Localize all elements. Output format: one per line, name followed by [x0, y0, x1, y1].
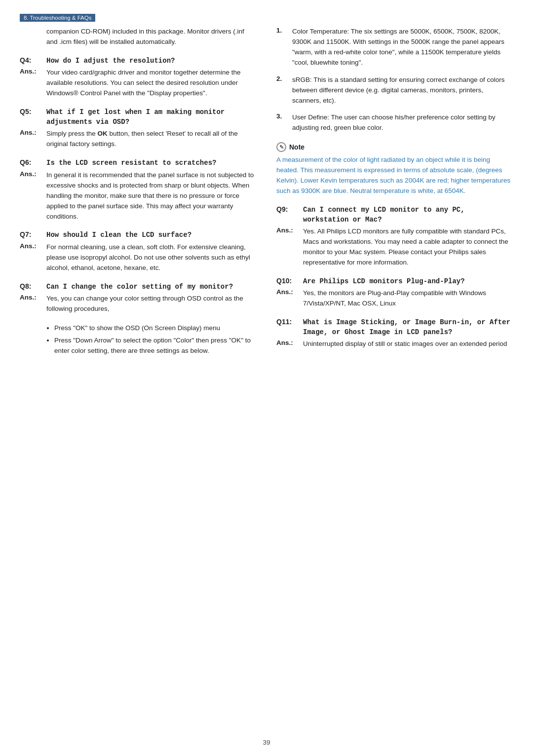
q6-label: Q6:: [20, 158, 46, 168]
q9-label: Q9:: [276, 205, 303, 225]
num-text-1: Color Temperature: The six settings are …: [292, 27, 513, 68]
left-column: companion CD-ROM) included in this packa…: [20, 27, 257, 360]
q8-bullet-2: Press "Down Arrow" to select the option …: [54, 336, 257, 356]
num-text-2: sRGB: This is a standard setting for ens…: [292, 75, 513, 106]
qa-q10: Q10: Are Philips LCD monitors Plug-and-P…: [276, 277, 513, 309]
note-box: ✎ Note A measurement of the color of lig…: [276, 142, 513, 196]
intro-text: companion CD-ROM) included in this packa…: [46, 27, 257, 47]
note-title: ✎ Note: [276, 142, 513, 152]
right-column: 1. Color Temperature: The six settings a…: [276, 27, 513, 360]
qa-q9: Q9: Can I connect my LCD monitor to any …: [276, 205, 513, 268]
page-number: 39: [0, 739, 533, 746]
q11-question: What is Image Sticking, or Image Burn-in…: [303, 318, 513, 337]
q7-label: Q7:: [20, 230, 46, 240]
numbered-item-3: 3. User Define: The user can choose his/…: [276, 113, 513, 133]
qa-q4: Q4: How do I adjust the resolution? Ans.…: [20, 56, 257, 99]
q9-answer: Yes. All Philips LCD monitors are fully …: [303, 227, 513, 268]
note-title-text: Note: [289, 143, 305, 151]
q7-question: How should I clean the LCD surface?: [46, 230, 191, 240]
num-text-3: User Define: The user can choose his/her…: [292, 113, 513, 133]
q10-label: Q10:: [276, 277, 303, 287]
q7-ans-label: Ans.:: [20, 242, 46, 273]
q6-answer: In general it is recommended that the pa…: [46, 170, 257, 222]
q10-ans-label: Ans.:: [276, 288, 303, 309]
q9-question: Can I connect my LCD monitor to any PC, …: [303, 205, 513, 225]
num-label-3: 3.: [276, 113, 287, 133]
q5-label: Q5:: [20, 108, 46, 127]
num-label-1: 1.: [276, 27, 287, 68]
q4-label: Q4:: [20, 56, 46, 66]
q11-ans-label: Ans.:: [276, 339, 303, 349]
numbered-item-1: 1. Color Temperature: The six settings a…: [276, 27, 513, 68]
note-text: A measurement of the color of light radi…: [276, 155, 513, 196]
qa-q5: Q5: What if I get lost when I am making …: [20, 108, 257, 150]
numbered-item-2: 2. sRGB: This is a standard setting for …: [276, 75, 513, 106]
q8-bullet-1: Press "OK" to show the OSD (On Screen Di…: [54, 323, 257, 334]
qa-q6: Q6: Is the LCD screen resistant to scrat…: [20, 158, 257, 222]
q8-ans-label: Ans.:: [20, 294, 46, 314]
q6-ans-label: Ans.:: [20, 170, 46, 222]
q10-answer: Yes, the monitors are Plug-and-Play comp…: [303, 288, 513, 309]
q10-question: Are Philips LCD monitors Plug-and-Play?: [303, 277, 465, 287]
numbered-list: 1. Color Temperature: The six settings a…: [276, 27, 513, 133]
num-label-2: 2.: [276, 75, 287, 106]
q8-bullet-list: Press "OK" to show the OSD (On Screen Di…: [46, 323, 257, 356]
q4-answer: Your video card/graphic driver and monit…: [46, 68, 257, 99]
q7-answer: For normal cleaning, use a clean, soft c…: [46, 242, 257, 273]
q11-answer: Uninterrupted display of still or static…: [303, 339, 507, 349]
q4-ans-label: Ans.:: [20, 68, 46, 99]
q9-ans-label: Ans.:: [276, 227, 303, 268]
q8-answer: Yes, you can change your color setting t…: [46, 294, 257, 314]
header-tag: 8. Troubleshooting & FAQs: [20, 14, 95, 22]
q11-label: Q11:: [276, 318, 303, 337]
qa-q11: Q11: What is Image Sticking, or Image Bu…: [276, 318, 513, 349]
qa-q7: Q7: How should I clean the LCD surface? …: [20, 230, 257, 273]
q5-question: What if I get lost when I am making moni…: [46, 108, 257, 127]
q4-question: How do I adjust the resolution?: [46, 56, 175, 66]
q5-answer: Simply press the OK button, then select …: [46, 129, 257, 150]
q5-ans-label: Ans.:: [20, 129, 46, 150]
q8-label: Q8:: [20, 282, 46, 292]
note-icon: ✎: [276, 142, 286, 152]
q8-question: Can I change the color setting of my mon…: [46, 282, 233, 292]
qa-q8: Q8: Can I change the color setting of my…: [20, 282, 257, 314]
q6-question: Is the LCD screen resistant to scratches…: [46, 158, 216, 168]
